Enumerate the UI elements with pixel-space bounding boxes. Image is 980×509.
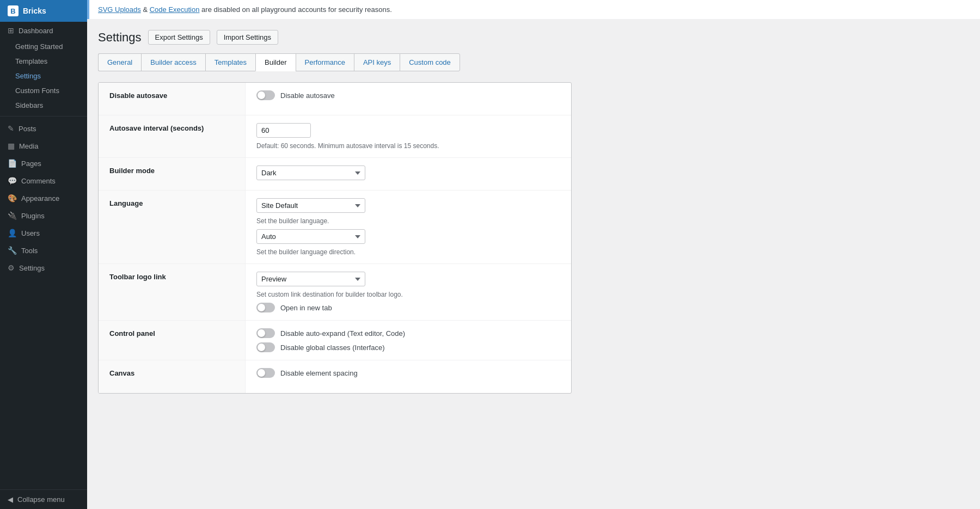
language-direction-select[interactable]: Auto LTR RTL xyxy=(256,229,365,244)
disable-element-spacing-row: Disable element spacing xyxy=(256,368,560,378)
sidebar-item-label: Appearance xyxy=(21,194,59,203)
settings-label-autosave-interval: Autosave interval (seconds) xyxy=(99,115,246,157)
tabs-bar: General Builder access Templates Builder… xyxy=(98,53,969,71)
sidebar-divider xyxy=(0,116,87,116)
settings-table: Disable autosave Disable autosave Autosa… xyxy=(98,82,572,394)
svg-uploads-link[interactable]: SVG Uploads xyxy=(98,5,141,14)
language-select[interactable]: Site Default English French German xyxy=(256,198,365,213)
logo-icon: B xyxy=(8,5,19,16)
builder-mode-select[interactable]: Dark Light Auto xyxy=(256,165,365,180)
settings-control-canvas: Disable element spacing xyxy=(246,360,571,393)
sidebar-item-templates[interactable]: Templates xyxy=(0,54,87,69)
notice-suffix-text: are disabled on all playground accounts … xyxy=(201,5,392,14)
disable-auto-expand-row: Disable auto-expand (Text editor, Code) xyxy=(256,328,560,338)
settings-row-control-panel: Control panel Disable auto-expand (Text … xyxy=(99,321,571,360)
sidebar: B Bricks ⊞ Dashboard Getting Started Tem… xyxy=(0,0,87,509)
page-title: Settings xyxy=(98,30,142,45)
tab-performance[interactable]: Performance xyxy=(296,53,354,71)
autosave-interval-hint: Default: 60 seconds. Minimum autosave in… xyxy=(256,142,560,150)
toolbar-logo-link-select[interactable]: Preview Dashboard Custom URL xyxy=(256,272,365,286)
settings-row-toolbar-logo-link: Toolbar logo link Preview Dashboard Cust… xyxy=(99,264,571,321)
tab-builder[interactable]: Builder xyxy=(255,53,295,71)
disable-element-spacing-toggle[interactable] xyxy=(256,368,275,378)
sidebar-item-label: Tools xyxy=(21,247,38,255)
sidebar-item-custom-fonts[interactable]: Custom Fonts xyxy=(0,83,87,98)
settings-control-builder-mode: Dark Light Auto xyxy=(246,158,571,190)
sidebar-item-appearance[interactable]: 🎨 Appearance xyxy=(0,189,87,207)
sidebar-item-getting-started[interactable]: Getting Started xyxy=(0,39,87,54)
sidebar-item-tools[interactable]: 🔧 Tools xyxy=(0,242,87,259)
collapse-label: Collapse menu xyxy=(17,495,65,504)
sidebar-item-label: Dashboard xyxy=(19,27,53,35)
settings-label-builder-mode: Builder mode xyxy=(99,158,246,190)
open-in-new-tab-row: Open in new tab xyxy=(256,303,560,312)
settings-row-canvas: Canvas Disable element spacing xyxy=(99,360,571,393)
tab-general[interactable]: General xyxy=(98,53,141,71)
disable-auto-expand-toggle[interactable] xyxy=(256,328,275,338)
media-icon: ▦ xyxy=(8,142,15,150)
toolbar-logo-link-hint: Set custom link destination for builder … xyxy=(256,291,560,298)
sidebar-item-comments[interactable]: 💬 Comments xyxy=(0,172,87,189)
posts-icon: ✎ xyxy=(8,124,14,133)
collapse-icon: ◀ xyxy=(8,495,13,504)
sidebar-logo-text: Bricks xyxy=(23,7,46,15)
settings-label-canvas: Canvas xyxy=(99,360,246,393)
disable-auto-expand-label: Disable auto-expand (Text editor, Code) xyxy=(280,329,405,338)
comments-icon: 💬 xyxy=(8,176,17,185)
plugins-icon: 🔌 xyxy=(8,211,17,220)
settings-control-control-panel: Disable auto-expand (Text editor, Code) … xyxy=(246,321,571,360)
main-content: SVG Uploads & Code Execution are disable… xyxy=(87,0,980,509)
collapse-menu-button[interactable]: ◀ Collapse menu xyxy=(0,489,87,509)
disable-global-classes-row: Disable global classes (Interface) xyxy=(256,342,560,352)
disable-autosave-toggle[interactable] xyxy=(256,90,275,100)
sidebar-item-label: Comments xyxy=(21,177,56,185)
sidebar-item-label: Users xyxy=(21,229,40,237)
settings-control-disable-autosave: Disable autosave xyxy=(246,83,571,115)
sidebar-item-dashboard[interactable]: ⊞ Dashboard xyxy=(0,22,87,39)
settings-label-control-panel: Control panel xyxy=(99,321,246,360)
sidebar-item-media[interactable]: ▦ Media xyxy=(0,137,87,155)
open-in-new-tab-label: Open in new tab xyxy=(280,304,332,312)
notice-bar: SVG Uploads & Code Execution are disable… xyxy=(87,0,980,19)
sidebar-item-label: Plugins xyxy=(21,212,45,220)
sidebar-item-sidebars[interactable]: Sidebars xyxy=(0,98,87,113)
tab-api-keys[interactable]: API keys xyxy=(354,53,400,71)
sidebar-item-settings-wp[interactable]: ⚙ Settings xyxy=(0,259,87,277)
pages-icon: 📄 xyxy=(8,159,17,168)
language-hint: Set the builder language. xyxy=(256,217,560,225)
settings-label-disable-autosave: Disable autosave xyxy=(99,83,246,115)
autosave-interval-input[interactable] xyxy=(256,123,311,138)
sidebar-item-pages[interactable]: 📄 Pages xyxy=(0,155,87,172)
settings-row-language: Language Site Default English French Ger… xyxy=(99,191,571,264)
sidebar-item-plugins[interactable]: 🔌 Plugins xyxy=(0,207,87,224)
sidebar-item-posts[interactable]: ✎ Posts xyxy=(0,120,87,137)
sidebar-logo[interactable]: B Bricks xyxy=(0,0,87,22)
dashboard-icon: ⊞ xyxy=(8,26,14,35)
sidebar-item-label: Settings xyxy=(19,264,45,272)
tab-builder-access[interactable]: Builder access xyxy=(141,53,205,71)
appearance-icon: 🎨 xyxy=(8,194,17,203)
tab-templates[interactable]: Templates xyxy=(205,53,255,71)
disable-autosave-toggle-row: Disable autosave xyxy=(256,90,560,100)
sidebar-item-settings[interactable]: Settings xyxy=(0,69,87,83)
sidebar-item-users[interactable]: 👤 Users xyxy=(0,224,87,242)
sidebar-item-label: Media xyxy=(19,142,38,150)
settings-row-autosave-interval: Autosave interval (seconds) Default: 60 … xyxy=(99,115,571,158)
import-settings-button[interactable]: Import Settings xyxy=(217,30,278,45)
disable-global-classes-toggle[interactable] xyxy=(256,342,275,352)
tab-custom-code[interactable]: Custom code xyxy=(400,53,460,71)
disable-autosave-label: Disable autosave xyxy=(280,91,335,100)
code-execution-link[interactable]: Code Execution xyxy=(150,5,200,14)
sidebar-item-label: Posts xyxy=(19,125,36,133)
export-settings-button[interactable]: Export Settings xyxy=(148,30,210,45)
open-in-new-tab-toggle[interactable] xyxy=(256,303,275,312)
settings-icon: ⚙ xyxy=(8,263,15,272)
sidebar-item-label: Pages xyxy=(21,160,41,168)
settings-row-disable-autosave: Disable autosave Disable autosave xyxy=(99,83,571,115)
tools-icon: 🔧 xyxy=(8,246,17,255)
settings-label-language: Language xyxy=(99,191,246,263)
language-direction-hint: Set the builder language direction. xyxy=(256,248,560,256)
disable-element-spacing-label: Disable element spacing xyxy=(280,369,358,377)
users-icon: 👤 xyxy=(8,229,17,237)
settings-label-toolbar-logo-link: Toolbar logo link xyxy=(99,264,246,320)
